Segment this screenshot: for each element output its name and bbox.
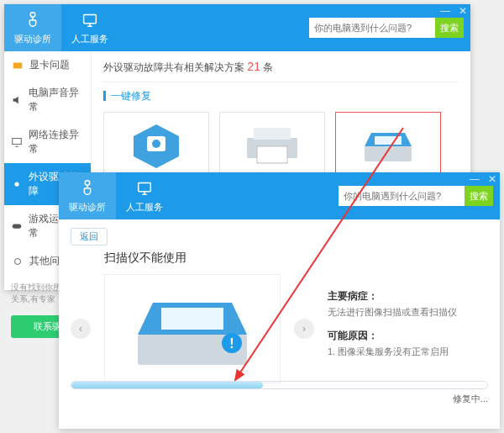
svg-rect-13	[365, 146, 412, 161]
usb-icon	[11, 177, 24, 191]
search-input-2[interactable]	[339, 186, 465, 206]
printer-icon	[223, 118, 321, 172]
svg-point-4	[15, 182, 19, 186]
gamepad-icon	[11, 219, 24, 233]
svg-point-0	[30, 12, 35, 17]
symptom-heading: 主要病症：	[328, 289, 457, 304]
headset-monitor-icon	[135, 179, 154, 199]
svg-rect-1	[84, 14, 97, 23]
svg-rect-15	[375, 136, 402, 145]
next-button[interactable]: ›	[294, 319, 314, 339]
stethoscope-icon	[78, 179, 97, 199]
camera-icon	[108, 118, 205, 172]
progress-label: 修复中...	[71, 393, 488, 405]
svg-rect-5	[13, 224, 22, 228]
svg-rect-21	[161, 308, 223, 330]
search-button[interactable]: 搜索	[435, 18, 464, 38]
scanner-large-icon: !	[104, 274, 281, 383]
speaker-icon	[11, 93, 24, 107]
cause-heading: 可能原因：	[328, 329, 457, 343]
cause-text: 1. 图像采集服务没有正常启用	[328, 346, 457, 358]
sidebar-item-network[interactable]: 网络连接异常	[4, 121, 91, 163]
back-button[interactable]: 返回	[71, 228, 108, 246]
gpu-icon	[11, 59, 24, 72]
tab-label: 驱动诊所	[69, 201, 106, 214]
svg-point-17	[85, 180, 90, 185]
sidebar-item-label: 其他问	[29, 254, 60, 268]
tab-driver-clinic[interactable]: 驱动诊所	[4, 4, 61, 51]
close-button-2[interactable]: ✕	[488, 174, 496, 184]
svg-point-6	[15, 258, 21, 264]
prev-button[interactable]: ‹	[71, 319, 91, 339]
symptom-text: 无法进行图像扫描或查看扫描仪	[328, 306, 457, 319]
stethoscope-icon	[24, 11, 42, 31]
gear-icon	[11, 255, 24, 268]
svg-text:!: !	[229, 336, 234, 351]
titlebar-2: 驱动诊所 人工服务 搜索 ― ✕	[59, 172, 500, 219]
headset-monitor-icon	[81, 11, 99, 31]
scanner-icon	[339, 118, 437, 172]
tab-human-service[interactable]: 人工服务	[61, 4, 118, 51]
svg-rect-18	[139, 182, 151, 191]
search-button-2[interactable]: 搜索	[465, 186, 493, 206]
sidebar-item-sound[interactable]: 电脑声音异常	[4, 79, 91, 121]
close-button[interactable]: ✕	[459, 6, 467, 16]
svg-rect-12	[257, 146, 287, 163]
window-detail: 驱动诊所 人工服务 搜索 ― ✕ 返回 扫描仪不能使用 ‹	[59, 172, 500, 429]
solution-count: 外设驱动故障共有相关解决方案 21 条	[103, 60, 459, 75]
detail-title: 扫描仪不能使用	[104, 251, 488, 266]
sidebar-item-label: 电脑声音异常	[29, 86, 84, 114]
svg-rect-2	[13, 62, 23, 68]
tab-driver-clinic-2[interactable]: 驱动诊所	[59, 172, 116, 219]
tab-human-service-2[interactable]: 人工服务	[116, 172, 173, 219]
search-input[interactable]	[309, 18, 435, 38]
svg-rect-11	[254, 128, 291, 140]
svg-rect-3	[13, 139, 22, 145]
details-panel: 主要病症： 无法进行图像扫描或查看扫描仪 可能原因： 1. 图像采集服务没有正常…	[328, 289, 457, 368]
repair-progress-bar	[71, 381, 488, 389]
section-one-click-repair: 一键修复	[103, 82, 459, 103]
sidebar-item-gpu[interactable]: 显卡问题	[4, 51, 91, 79]
monitor-icon	[11, 135, 24, 149]
tab-label: 人工服务	[71, 33, 108, 45]
titlebar-1: 驱动诊所 人工服务 搜索 ― ✕	[4, 4, 470, 51]
minimize-button-2[interactable]: ―	[470, 174, 480, 184]
sidebar-item-label: 显卡问题	[29, 58, 70, 72]
minimize-button[interactable]: ―	[440, 6, 450, 16]
sidebar-item-label: 网络连接异常	[29, 128, 84, 156]
svg-point-9	[152, 140, 160, 148]
tab-label: 驱动诊所	[14, 33, 51, 45]
tab-label: 人工服务	[126, 201, 163, 214]
